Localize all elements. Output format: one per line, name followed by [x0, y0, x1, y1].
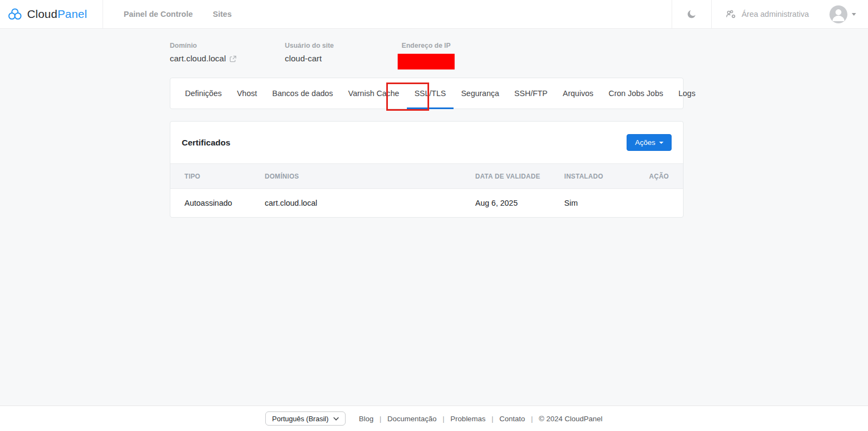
- domain-label: Domínio: [170, 42, 285, 49]
- certificates-card: Certificados Ações TIPO DOMÍNIOS DATA DE…: [170, 121, 684, 218]
- footer-links: Blog | Documentação | Problemas | Contat…: [359, 415, 602, 423]
- admin-area-link[interactable]: Área administrativa: [712, 0, 823, 28]
- tab-ssl-tls[interactable]: SSL/TLS: [407, 78, 454, 109]
- chevron-down-icon: [852, 13, 856, 16]
- logo-text: CloudPanel: [27, 8, 87, 21]
- person-icon: [829, 5, 847, 23]
- domain-info: Domínio cart.cloud.local: [170, 42, 285, 64]
- site-user-value: cloud-cart: [285, 54, 322, 64]
- col-header-validade: DATA DE VALIDADE: [475, 173, 564, 180]
- certificates-title: Certificados: [182, 138, 231, 148]
- cloudpanel-logo[interactable]: CloudPanel: [0, 0, 103, 28]
- tab-definicoes[interactable]: Definições: [177, 78, 229, 109]
- cell-dominios: cart.cloud.local: [265, 199, 475, 207]
- col-header-instalado: INSTALADO: [564, 173, 635, 180]
- ip-label: Endereço de IP: [398, 42, 455, 49]
- chevron-down-icon: [659, 142, 663, 144]
- certificates-header: Certificados Ações: [170, 122, 683, 163]
- certificates-table-header: TIPO DOMÍNIOS DATA DE VALIDADE INSTALADO…: [170, 163, 683, 189]
- copyright-text: © 2024 CloudPanel: [539, 415, 602, 423]
- moon-icon: [686, 9, 697, 20]
- table-row: Autoassinado cart.cloud.local Aug 6, 202…: [170, 189, 683, 217]
- users-gear-icon: [726, 10, 737, 19]
- tab-varnish-cache[interactable]: Varnish Cache: [341, 78, 407, 109]
- separator: |: [380, 415, 382, 423]
- separator: |: [443, 415, 445, 423]
- actions-button-label: Ações: [635, 138, 655, 147]
- domain-value: cart.cloud.local: [170, 54, 226, 64]
- tab-seguranca[interactable]: Segurança: [454, 78, 507, 109]
- cloud-logo-icon: [8, 8, 22, 21]
- external-link-icon[interactable]: [229, 55, 237, 62]
- site-tabs: Definições Vhost Bancos de dados Varnish…: [170, 78, 684, 109]
- col-header-dominios: DOMÍNIOS: [265, 173, 475, 180]
- tab-ssh-ftp[interactable]: SSH/FTP: [507, 78, 555, 109]
- col-header-tipo: TIPO: [184, 173, 265, 180]
- user-menu[interactable]: [823, 0, 868, 28]
- ip-info: Endereço de IP: [398, 42, 455, 69]
- tab-bancos-de-dados[interactable]: Bancos de dados: [265, 78, 341, 109]
- language-select-value: Português (Brasil): [272, 415, 328, 423]
- nav-painel-de-controle[interactable]: Painel de Controle: [124, 10, 193, 18]
- topbar-right: Área administrativa: [672, 0, 868, 28]
- cell-tipo: Autoassinado: [184, 199, 265, 207]
- tab-cron-jobs[interactable]: Cron Jobs Jobs: [601, 78, 671, 109]
- tab-logs[interactable]: Logs: [671, 78, 703, 109]
- logo-text-panel: Panel: [58, 8, 87, 20]
- footer-link-blog[interactable]: Blog: [359, 415, 373, 423]
- site-user-label: Usuário do site: [285, 42, 400, 49]
- ip-redaction-box: [398, 54, 455, 69]
- footer-link-documentacao[interactable]: Documentação: [387, 415, 437, 423]
- language-select[interactable]: Português (Brasil): [265, 411, 346, 426]
- main-nav: Painel de Controle Sites: [124, 0, 232, 28]
- cell-validade: Aug 6, 2025: [475, 199, 564, 207]
- nav-sites[interactable]: Sites: [213, 10, 232, 18]
- dark-mode-toggle[interactable]: [672, 0, 712, 28]
- logo-text-cloud: Cloud: [27, 8, 58, 20]
- chevron-down-icon: [333, 417, 339, 421]
- site-info-strip: Domínio cart.cloud.local Usuário do site…: [170, 42, 684, 64]
- tab-arquivos[interactable]: Arquivos: [555, 78, 601, 109]
- separator: |: [531, 415, 533, 423]
- site-user-info: Usuário do site cloud-cart: [285, 42, 400, 64]
- top-navbar: CloudPanel Painel de Controle Sites Área…: [0, 0, 868, 29]
- actions-dropdown-button[interactable]: Ações: [627, 134, 672, 151]
- footer-link-problemas[interactable]: Problemas: [450, 415, 486, 423]
- admin-area-label: Área administrativa: [742, 10, 809, 18]
- cell-instalado: Sim: [564, 199, 635, 207]
- avatar: [829, 5, 847, 23]
- col-header-acao: AÇÃO: [635, 173, 669, 180]
- footer-link-contato[interactable]: Contato: [499, 415, 525, 423]
- footer: Português (Brasil) Blog | Documentação |…: [0, 405, 868, 431]
- tab-vhost[interactable]: Vhost: [229, 78, 265, 109]
- separator: |: [492, 415, 494, 423]
